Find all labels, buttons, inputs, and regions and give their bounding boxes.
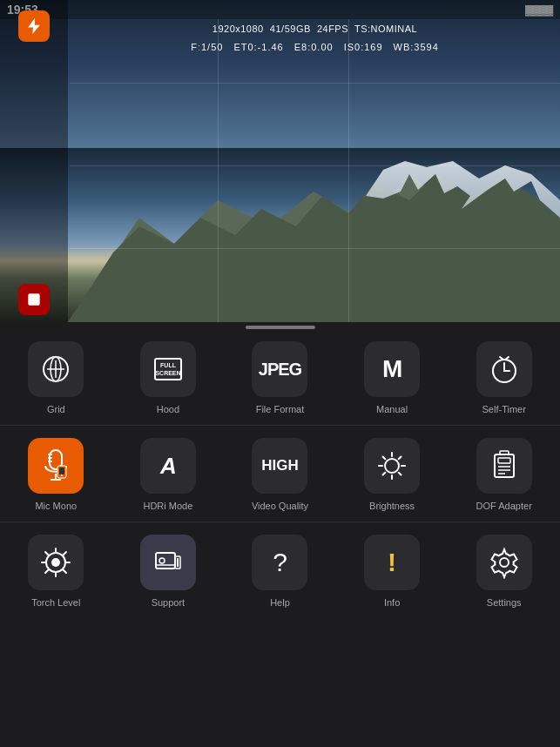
svg-rect-21 <box>48 457 52 459</box>
svg-line-33 <box>399 457 401 460</box>
svg-rect-36 <box>498 458 510 463</box>
brightness-control[interactable]: Brightness <box>336 429 449 518</box>
bottom-bar <box>0 717 560 747</box>
mic-mono-control[interactable]: Mic Mono <box>0 429 112 518</box>
mic-mono-label: Mic Mono <box>35 501 77 511</box>
svg-line-16 <box>505 357 509 360</box>
record-button[interactable] <box>18 284 50 315</box>
camera-info-bar: 1920x1080 41/59GB 24FPS TS:NOMINAL <box>70 19 560 38</box>
support-icon <box>140 535 196 590</box>
camera-resolution: 1920x1080 41/59GB 24FPS TS:NOMINAL <box>213 24 417 34</box>
hdri-mode-text: A <box>160 453 176 480</box>
help-text: ? <box>273 548 287 577</box>
hdri-mode-control[interactable]: A HDRi Mode <box>112 429 225 518</box>
grid-control-icon <box>28 341 84 397</box>
settings-icon <box>476 535 532 590</box>
svg-line-50 <box>45 570 49 574</box>
help-label: Help <box>270 597 290 608</box>
info-icon: ! <box>364 535 420 590</box>
svg-point-26 <box>385 459 399 473</box>
grid-line-h1 <box>70 83 560 84</box>
self-timer-control[interactable]: Self-Timer <box>448 333 560 421</box>
svg-rect-4 <box>28 293 39 305</box>
svg-line-31 <box>383 457 386 460</box>
info-text: ! <box>388 548 396 577</box>
grid-line-h3 <box>70 248 560 249</box>
video-quality-icon: HIGH <box>252 438 307 494</box>
manual-text: M <box>382 355 401 383</box>
brightness-label: Brightness <box>369 501 415 511</box>
help-control[interactable]: ? Help <box>224 526 336 615</box>
svg-text:FULL: FULL <box>160 362 177 368</box>
info-label: Info <box>384 597 400 608</box>
camera-params: F:1/50 ET0:-1.46 E8:0.00 IS0:169 WB:3594 <box>70 38 560 56</box>
hood-label: Hood <box>157 404 179 414</box>
hdri-mode-label: HDRi Mode <box>143 501 192 511</box>
video-quality-control[interactable]: HIGH Video Quality <box>224 429 336 518</box>
help-icon: ? <box>252 535 307 590</box>
video-quality-text: HIGH <box>261 457 299 474</box>
controls-grid: Grid FULL SCREEN Hood JPEG File Format M <box>0 322 560 615</box>
torch-level-icon <box>28 535 84 590</box>
support-label: Support <box>152 597 186 608</box>
hood-control[interactable]: FULL SCREEN Hood <box>112 333 225 421</box>
file-format-text: JPEG <box>259 360 301 380</box>
settings-label: Settings <box>487 597 522 608</box>
svg-line-32 <box>399 473 401 475</box>
settings-control[interactable]: Settings <box>448 526 560 615</box>
svg-rect-20 <box>48 454 52 455</box>
flash-icon-button[interactable] <box>18 10 50 42</box>
svg-rect-54 <box>177 558 179 567</box>
svg-text:SCREEN: SCREEN <box>155 370 180 376</box>
dof-adapter-label: DOF Adapter <box>476 501 532 511</box>
svg-line-47 <box>45 552 49 555</box>
svg-point-52 <box>159 558 165 563</box>
svg-rect-22 <box>48 461 52 462</box>
status-bar: 19:53 ▓▓▓▓ <box>0 0 560 19</box>
svg-line-48 <box>64 570 67 574</box>
self-timer-icon <box>476 341 532 397</box>
svg-point-25 <box>61 474 63 476</box>
svg-point-42 <box>51 558 60 567</box>
viewfinder: 19:53 ▓▓▓▓ 1920x1080 41/59GB 24FPS TS:NO… <box>0 0 560 322</box>
svg-line-49 <box>64 552 67 555</box>
support-control[interactable]: Support <box>112 526 225 615</box>
torch-level-control[interactable]: Torch Level <box>0 526 112 615</box>
row-divider-2 <box>0 522 560 522</box>
brightness-icon <box>364 438 420 494</box>
svg-line-34 <box>383 473 386 475</box>
manual-label: Manual <box>376 404 408 414</box>
file-format-control[interactable]: JPEG File Format <box>224 333 336 421</box>
svg-rect-24 <box>59 468 64 474</box>
dof-adapter-icon <box>476 438 532 494</box>
torch-level-label: Torch Level <box>31 597 80 608</box>
grid-label: Grid <box>47 404 65 414</box>
svg-rect-40 <box>500 451 509 454</box>
row-divider-1 <box>0 425 560 426</box>
svg-point-56 <box>500 558 509 567</box>
drag-handle[interactable] <box>246 326 315 329</box>
mic-mono-icon <box>28 438 84 494</box>
video-quality-label: Video Quality <box>252 501 308 511</box>
file-format-label: File Format <box>256 404 305 414</box>
dof-adapter-control[interactable]: DOF Adapter <box>448 429 560 518</box>
manual-icon: M <box>364 341 420 397</box>
hdri-mode-icon: A <box>140 438 196 494</box>
grid-control[interactable]: Grid <box>0 333 112 421</box>
control-panel: Grid FULL SCREEN Hood JPEG File Format M <box>0 322 560 747</box>
self-timer-label: Self-Timer <box>482 404 526 414</box>
file-format-icon: JPEG <box>252 341 307 397</box>
left-icons-panel <box>0 0 68 322</box>
grid-line-v2 <box>348 19 349 322</box>
grid-line-h2 <box>70 165 560 166</box>
info-control[interactable]: ! Info <box>336 526 449 615</box>
battery-icon: ▓▓▓▓ <box>525 4 553 15</box>
hood-control-icon: FULL SCREEN <box>140 341 196 397</box>
manual-control[interactable]: M Manual <box>336 333 449 421</box>
svg-line-15 <box>500 357 503 360</box>
grid-line-v1 <box>218 19 219 322</box>
